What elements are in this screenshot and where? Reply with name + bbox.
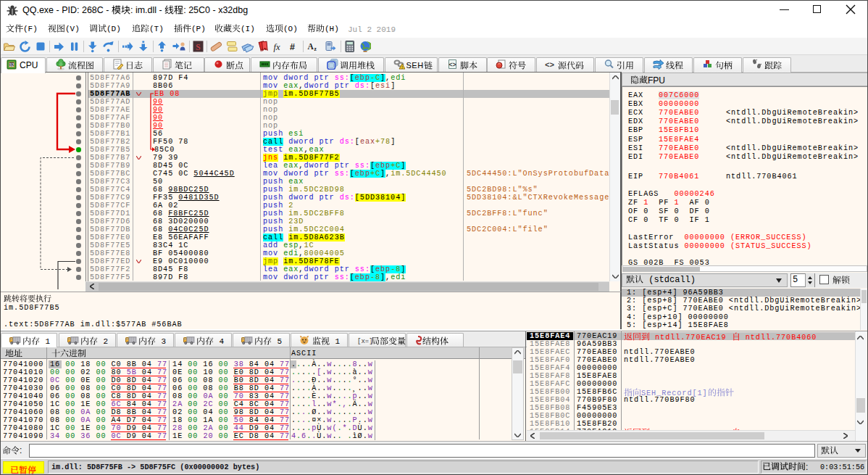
svg-text:A: A [308,42,314,51]
svg-text:[x=]: [x=] [357,338,372,345]
svg-text:z: z [314,46,317,52]
svg-text:<>: <> [448,62,456,69]
svg-text:#: # [290,42,295,52]
svg-text:S: S [196,43,200,51]
svg-text:<>: <> [545,61,555,70]
svg-text:fx: fx [274,42,280,52]
svg-text:32: 32 [9,62,14,67]
